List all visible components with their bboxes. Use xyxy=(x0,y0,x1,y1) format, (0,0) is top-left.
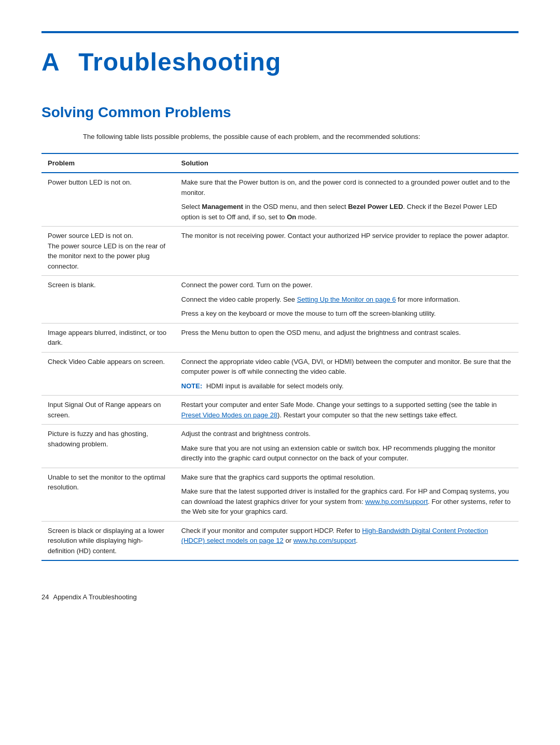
problem-cell: Picture is fuzzy and has ghosting, shado… xyxy=(41,425,175,468)
footer-text: Appendix A Troubleshooting xyxy=(53,592,136,602)
note-label: NOTE: xyxy=(181,382,204,390)
table-header-row: Problem Solution xyxy=(41,153,519,173)
solution-block: Connect the appropriate video cable (VGA… xyxy=(181,357,512,377)
solution-block: Select Management in the OSD menu, and t… xyxy=(181,202,512,222)
solution-block: Press a key on the keyboard or move the … xyxy=(181,308,512,319)
solution-cell: Adjust the contrast and brightness contr… xyxy=(175,425,519,468)
problem-cell: Screen is black or displaying at a lower… xyxy=(41,521,175,560)
solution-block: Press the Menu button to open the OSD me… xyxy=(181,328,512,338)
table-row: Check Video Cable appears on screen.Conn… xyxy=(41,352,519,396)
solution-block: The monitor is not receiving power. Cont… xyxy=(181,231,512,241)
footer-page-number: 24 xyxy=(41,592,49,602)
problem-cell: Unable to set the monitor to the optimal… xyxy=(41,468,175,521)
table-row: Power source LED is not on. The power so… xyxy=(41,227,519,276)
solution-block: Check if your monitor and computer suppo… xyxy=(181,526,512,546)
problem-cell: Image appears blurred, indistinct, or to… xyxy=(41,323,175,352)
solution-block: Make sure that the latest supported driv… xyxy=(181,486,512,517)
solution-cell: Make sure that the Power button is on, a… xyxy=(175,173,519,227)
page-header: A Troubleshooting xyxy=(41,31,519,81)
solution-block: Adjust the contrast and brightness contr… xyxy=(181,429,512,439)
solution-cell: Press the Menu button to open the OSD me… xyxy=(175,323,519,352)
solution-cell: Connect the power cord. Turn on the powe… xyxy=(175,276,519,324)
problem-cell: Power source LED is not on. The power so… xyxy=(41,227,175,276)
col-solution-header: Solution xyxy=(175,153,519,173)
inline-link[interactable]: www.hp.com/support xyxy=(365,498,428,505)
problem-cell: Input Signal Out of Range appears on scr… xyxy=(41,396,175,425)
solution-cell: The monitor is not receiving power. Cont… xyxy=(175,227,519,276)
page-footer: 24 Appendix A Troubleshooting xyxy=(41,592,519,602)
table-row: Power button LED is not on.Make sure tha… xyxy=(41,173,519,227)
table-row: Screen is black or displaying at a lower… xyxy=(41,521,519,560)
problems-table: Problem Solution Power button LED is not… xyxy=(41,153,519,561)
solution-cell: Restart your computer and enter Safe Mod… xyxy=(175,396,519,425)
solution-block: Connect the video cable properly. See Se… xyxy=(181,294,512,305)
problem-cell: Power button LED is not on. xyxy=(41,173,175,227)
section-title: Solving Common Problems xyxy=(41,102,519,123)
problem-cell: Check Video Cable appears on screen. xyxy=(41,352,175,396)
note-text: HDMI input is available for select model… xyxy=(206,382,344,390)
inline-link-2[interactable]: www.hp.com/support xyxy=(293,537,356,544)
solution-block: NOTE: HDMI input is available for select… xyxy=(181,381,512,391)
solution-block: Restart your computer and enter Safe Mod… xyxy=(181,400,512,420)
inline-link[interactable]: Setting Up the Monitor on page 6 xyxy=(297,296,396,303)
problem-cell: Screen is blank. xyxy=(41,276,175,324)
solution-cell: Connect the appropriate video cable (VGA… xyxy=(175,352,519,396)
table-row: Picture is fuzzy and has ghosting, shado… xyxy=(41,425,519,468)
solution-block: Make sure that you are not using an exte… xyxy=(181,443,512,463)
inline-link[interactable]: Preset Video Modes on page 28 xyxy=(181,411,278,419)
intro-text: The following table lists possible probl… xyxy=(83,132,519,143)
chapter-title: Troubleshooting xyxy=(78,48,281,76)
table-row: Image appears blurred, indistinct, or to… xyxy=(41,323,519,352)
table-row: Input Signal Out of Range appears on scr… xyxy=(41,396,519,425)
col-problem-header: Problem xyxy=(41,153,175,173)
solution-block: Connect the power cord. Turn on the powe… xyxy=(181,280,512,290)
solution-block: Make sure that the Power button is on, a… xyxy=(181,177,512,198)
chapter-label: A xyxy=(41,48,60,76)
solution-cell: Check if your monitor and computer suppo… xyxy=(175,521,519,560)
table-row: Screen is blank.Connect the power cord. … xyxy=(41,276,519,324)
solution-block: Make sure that the graphics card support… xyxy=(181,472,512,483)
solution-cell: Make sure that the graphics card support… xyxy=(175,468,519,521)
table-row: Unable to set the monitor to the optimal… xyxy=(41,468,519,521)
